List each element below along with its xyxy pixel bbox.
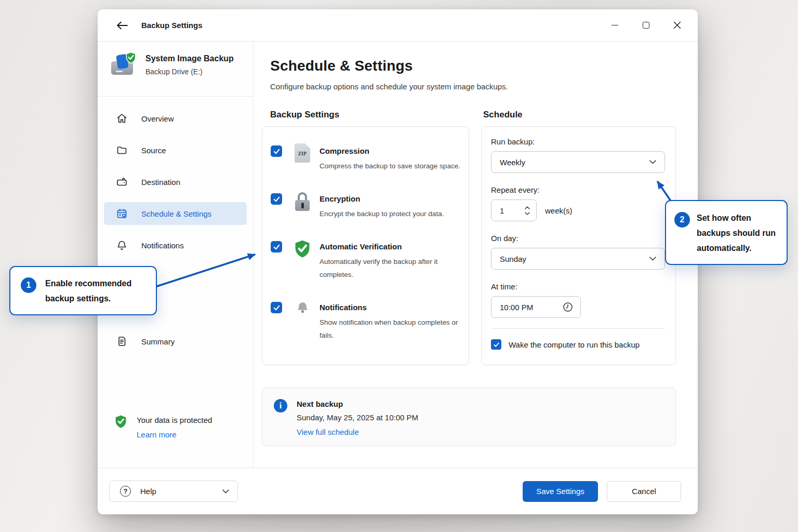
- sidebar-item-label: Schedule & Settings: [141, 209, 211, 218]
- close-button[interactable]: [672, 20, 682, 31]
- repeat-every-label: Repeat every:: [491, 185, 665, 194]
- lock-icon: [290, 191, 314, 211]
- sidebar-item-destination[interactable]: Destination: [104, 170, 247, 193]
- info-icon: i: [274, 399, 287, 413]
- option-row-verification: Automatic Verification Automatically ver…: [271, 241, 461, 281]
- option-title: Automatic Verification: [320, 242, 461, 251]
- option-description: Show notification when backup completes …: [320, 316, 461, 342]
- maximize-icon: [643, 22, 649, 29]
- on-day-value: Sunday: [500, 255, 526, 263]
- protection-text: Your data is protected: [137, 415, 212, 424]
- backup-settings-card: ZIP Compression Compress the backup to s…: [262, 126, 469, 365]
- callout-text: Enable recommended backup settings.: [45, 276, 148, 306]
- compression-checkbox[interactable]: [271, 145, 282, 157]
- chevron-down-icon: [649, 160, 656, 164]
- minimize-icon: [611, 25, 618, 26]
- sidebar-item-schedule-settings[interactable]: Schedule & Settings: [104, 202, 247, 225]
- wake-label: Wake the computer to run this backup: [509, 340, 640, 349]
- option-description: Automatically verify the backup after it…: [320, 255, 461, 281]
- at-time-value: 10:00 PM: [500, 303, 533, 312]
- option-row-compression: ZIP Compression Compress the backup to s…: [271, 145, 461, 172]
- repeat-every-stepper[interactable]: 1: [491, 200, 537, 221]
- sidebar-item-notifications[interactable]: Notifications: [104, 234, 247, 257]
- close-icon: [673, 21, 681, 29]
- callout-number-badge: 1: [21, 277, 36, 293]
- at-time-label: At time:: [491, 282, 665, 291]
- titlebar: Backup Settings: [98, 9, 698, 42]
- backup-settings-section-title: Backup Settings: [270, 110, 469, 120]
- run-backup-label: Run backup:: [491, 137, 665, 146]
- on-day-label: On day:: [491, 234, 665, 243]
- schedule-card: Run backup: Weekly Repeat every: 1: [481, 126, 676, 365]
- on-day-select[interactable]: Sunday: [491, 248, 665, 270]
- sidebar: System Image Backup Backup Drive (E:) Ov…: [98, 42, 254, 468]
- bell-icon: [115, 240, 128, 251]
- sidebar-item-overview[interactable]: Overview: [104, 107, 247, 130]
- clock-icon: [563, 302, 573, 312]
- bell-icon: [290, 300, 314, 318]
- callout-text: Set how often backups should run automat…: [697, 210, 781, 256]
- main-content: Schedule & Settings Configure backup opt…: [254, 42, 698, 468]
- stepper-up-icon[interactable]: [525, 206, 530, 209]
- callout-1: 1 Enable recommended backup settings.: [9, 266, 157, 315]
- wake-checkbox[interactable]: [491, 339, 501, 350]
- run-backup-select[interactable]: Weekly: [491, 151, 665, 173]
- save-settings-button[interactable]: Save Settings: [523, 481, 598, 502]
- folder-icon: [115, 144, 128, 156]
- learn-more-link[interactable]: Learn more: [137, 430, 212, 439]
- page-title: Schedule & Settings: [270, 58, 698, 74]
- option-row-encryption: Encryption Encrypt the backup to protect…: [271, 193, 461, 220]
- next-backup-banner: i Next backup Sunday, May 25, 2025 at 10…: [262, 388, 676, 446]
- option-description: Encrypt the backup to protect your data.: [320, 207, 461, 220]
- option-title: Notifications: [320, 303, 461, 312]
- option-title: Encryption: [320, 194, 461, 203]
- app-subtitle: Backup Drive (E:): [145, 68, 234, 76]
- document-icon: [115, 336, 128, 347]
- wake-option-row: Wake the computer to run this backup: [491, 328, 665, 350]
- protection-status: Your data is protected Learn more: [114, 415, 212, 439]
- stepper-down-icon[interactable]: [525, 212, 530, 215]
- callout-2: 2 Set how often backups should run autom…: [665, 200, 788, 265]
- cancel-button[interactable]: Cancel: [607, 481, 681, 502]
- sidebar-item-label: Notifications: [141, 241, 184, 250]
- at-time-picker[interactable]: 10:00 PM: [491, 296, 581, 318]
- help-icon: ?: [120, 486, 131, 497]
- page-subtitle: Configure backup options and schedule yo…: [270, 82, 698, 91]
- shield-check-badge-icon: [125, 51, 137, 64]
- sidebar-item-summary[interactable]: Summary: [104, 330, 247, 353]
- backup-settings-window: Backup Settings: [98, 9, 698, 514]
- run-backup-value: Weekly: [500, 158, 525, 167]
- repeat-unit-label: week(s): [545, 206, 573, 215]
- callout-number-badge: 2: [674, 212, 690, 228]
- sidebar-item-label: Summary: [141, 337, 175, 346]
- chevron-down-icon: [222, 489, 229, 494]
- next-backup-datetime: Sunday, May 25, 2025 at 10:00 PM: [297, 413, 418, 422]
- repeat-every-value: 1: [500, 206, 504, 215]
- help-button[interactable]: ? Help: [109, 481, 238, 502]
- system-image-backup-icon: [111, 53, 136, 76]
- notifications-checkbox[interactable]: [271, 302, 282, 313]
- zip-file-icon: ZIP: [290, 143, 314, 163]
- shield-check-icon: [290, 239, 314, 259]
- sidebar-item-label: Source: [141, 146, 166, 155]
- help-label: Help: [140, 487, 222, 496]
- option-row-notifications: Notifications Show notification when bac…: [271, 302, 461, 342]
- window-title: Backup Settings: [141, 21, 203, 30]
- drive-icon: [115, 176, 128, 188]
- view-full-schedule-link[interactable]: View full schedule: [297, 428, 359, 436]
- minimize-button[interactable]: [609, 20, 620, 31]
- maximize-button[interactable]: [641, 20, 651, 31]
- sidebar-item-label: Overview: [141, 114, 174, 123]
- verification-checkbox[interactable]: [271, 241, 282, 252]
- back-arrow-icon: [116, 21, 128, 30]
- back-button[interactable]: [113, 17, 131, 34]
- sidebar-item-source[interactable]: Source: [104, 139, 247, 162]
- app-title: System Image Backup: [145, 54, 234, 63]
- app-header: System Image Backup Backup Drive (E:): [98, 42, 253, 97]
- encryption-checkbox[interactable]: [271, 193, 282, 205]
- footer-bar: ? Help Save Settings Cancel: [98, 468, 698, 514]
- chevron-down-icon: [649, 257, 656, 261]
- option-description: Compress the backup to save storage spac…: [320, 159, 461, 172]
- home-icon: [115, 113, 128, 124]
- calendar-gear-icon: [115, 208, 128, 219]
